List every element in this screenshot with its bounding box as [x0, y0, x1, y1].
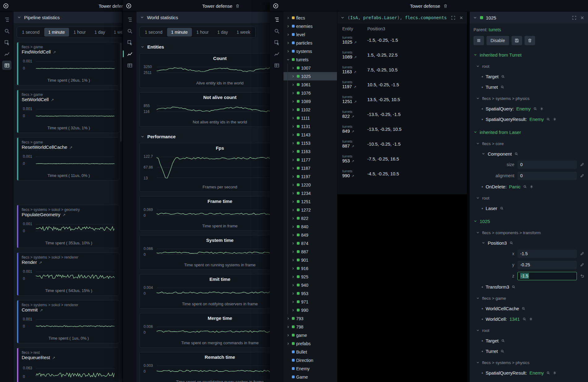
chevron-right-icon[interactable]: [291, 116, 295, 120]
close-icon[interactable]: [459, 15, 464, 20]
tree-item-1197[interactable]: 1197: [283, 172, 337, 181]
component-spatialqueryresult[interactable]: •SpatialQueryResult:Enemy: [482, 367, 584, 378]
chevron-right-icon[interactable]: [291, 308, 295, 312]
tree-item-887[interactable]: 887: [283, 247, 337, 256]
system-name-link[interactable]: SetWorldCell↗: [22, 97, 116, 102]
entity-link[interactable]: 1163↗: [342, 69, 367, 75]
chevron-right-icon[interactable]: [291, 91, 295, 95]
inspect-component-icon[interactable]: [533, 107, 537, 111]
chevron-right-icon[interactable]: [291, 99, 295, 104]
module-path-row[interactable]: root: [476, 325, 584, 335]
time-range-tab-1-second[interactable]: 1 second: [18, 28, 44, 36]
tree-item-1177[interactable]: 1177: [283, 156, 337, 164]
scrollbar-thumb[interactable]: [120, 43, 122, 142]
edit-pencil-icon[interactable]: [580, 251, 584, 256]
tree-item-1220[interactable]: 1220: [283, 181, 337, 189]
field-input[interactable]: 0: [517, 172, 577, 180]
field-input[interactable]: 0: [517, 161, 577, 169]
trait-icon[interactable]: [553, 117, 557, 121]
component-value-link[interactable]: Enemy: [530, 370, 544, 376]
inspect-component-icon[interactable]: [523, 185, 527, 189]
chevron-down-icon[interactable]: [482, 152, 485, 156]
field-input[interactable]: -1.5: [517, 272, 577, 280]
chevron-right-icon[interactable]: [286, 24, 290, 28]
chevron-right-icon[interactable]: [291, 183, 295, 187]
chevron-right-icon[interactable]: [286, 16, 290, 20]
tree-item-1251[interactable]: 1251: [283, 197, 337, 206]
data-table-icon[interactable]: [125, 61, 134, 70]
trash-icon[interactable]: [443, 3, 448, 8]
data-table-icon[interactable]: [2, 61, 11, 70]
tree-item-prefabs[interactable]: prefabs: [283, 339, 337, 348]
tree-item-849[interactable]: 849: [283, 231, 337, 239]
tree-item-1025[interactable]: 1025: [283, 72, 337, 80]
entity-tree-icon[interactable]: [272, 15, 281, 24]
system-name-link[interactable]: DequeueRest↗: [22, 355, 116, 360]
query-result-row[interactable]: turrets1197↗10.5, -0.25, -1.5: [337, 77, 467, 92]
inspect-component-icon[interactable]: [512, 285, 516, 289]
entity-link[interactable]: 953↗: [342, 158, 367, 164]
query-expression[interactable]: (IsA, prefabs.Laser), flecs.components: [348, 15, 448, 20]
edit-pencil-icon[interactable]: [580, 174, 584, 178]
tree-item-enemies[interactable]: enemies: [283, 22, 337, 30]
component-turret[interactable]: •Turret: [482, 82, 584, 92]
data-table-icon[interactable]: [272, 61, 281, 70]
component-value-link[interactable]: Panic: [509, 184, 521, 189]
tree-item-game[interactable]: game: [283, 331, 337, 339]
module-path-row[interactable]: root: [476, 193, 584, 203]
statistics-icon[interactable]: [272, 49, 281, 58]
tree-toggle-button[interactable]: [473, 36, 484, 45]
time-range-tab-1-week[interactable]: 1 week: [110, 28, 123, 36]
tree-item-1234[interactable]: 1234: [283, 189, 337, 197]
component-value-link[interactable]: 1341: [509, 316, 520, 322]
entity-link[interactable]: 1089↗: [342, 54, 367, 60]
edit-pencil-icon[interactable]: [580, 162, 584, 167]
system-name-link[interactable]: FindWorldCell↗: [22, 49, 116, 54]
chevron-right-icon[interactable]: [291, 208, 295, 212]
system-name-link[interactable]: Render↗: [22, 260, 116, 265]
query-search-icon[interactable]: [125, 26, 134, 36]
inspect-component-icon[interactable]: [500, 206, 504, 210]
chevron-down-icon[interactable]: [286, 58, 290, 62]
query-result-row[interactable]: turrets822↗-13.5, -0.25, -1.5: [337, 107, 467, 122]
chevron-down-icon[interactable]: [340, 15, 345, 20]
tree-item-systems[interactable]: systems: [283, 47, 337, 55]
tree-item-1187[interactable]: 1187: [283, 164, 337, 172]
save-button[interactable]: [512, 36, 522, 45]
component-value-link[interactable]: Enemy: [516, 106, 531, 111]
field-input[interactable]: -0.25: [517, 261, 577, 269]
trait-icon[interactable]: [530, 185, 534, 189]
time-range-tab-1-week[interactable]: 1 week: [232, 28, 254, 36]
module-path-row[interactable]: flecs > core: [476, 139, 584, 148]
tree-item-1143[interactable]: 1143: [283, 131, 337, 139]
chevron-right-icon[interactable]: [291, 275, 295, 279]
query-result-row[interactable]: turrets953↗-7.5, -0.25, 16.5: [337, 152, 467, 166]
module-path-row[interactable]: flecs > systems > physics: [476, 358, 584, 367]
tree-item-1163[interactable]: 1163: [283, 147, 337, 156]
disable-button[interactable]: Disable: [486, 36, 509, 45]
inspect-component-icon[interactable]: [546, 371, 550, 375]
chevron-down-icon[interactable]: [473, 15, 477, 20]
system-name-link[interactable]: ResetWorldCellCache↗: [22, 144, 116, 150]
tree-item-1131[interactable]: 1131: [283, 122, 337, 131]
component-component[interactable]: Component: [482, 148, 584, 159]
query-result-row[interactable]: turrets849↗-13.5, -0.25, 10.5: [337, 122, 467, 137]
trash-icon[interactable]: [235, 3, 240, 8]
chevron-right-icon[interactable]: [291, 83, 295, 87]
chevron-right-icon[interactable]: [291, 291, 295, 296]
inspect-component-icon[interactable]: [546, 117, 550, 121]
tree-item-1089[interactable]: 1089: [283, 97, 337, 105]
component-worldcell[interactable]: •WorldCell:1341: [482, 314, 584, 324]
chevron-right-icon[interactable]: [291, 191, 295, 195]
inspect-component-icon[interactable]: [500, 349, 504, 353]
time-range-tab-1-minute[interactable]: 1 minute: [44, 28, 69, 36]
tree-item-Direction[interactable]: Direction: [283, 356, 337, 364]
chevron-right-icon[interactable]: [291, 225, 295, 229]
query-result-row[interactable]: turrets1089↗1.5, -0.25, 22.5: [337, 48, 467, 62]
component-worldcellcache[interactable]: •WorldCellCache: [482, 303, 584, 314]
time-range-tab-1-minute[interactable]: 1 minute: [167, 28, 192, 36]
module-path-row[interactable]: root: [476, 61, 584, 71]
query-search-icon[interactable]: [2, 26, 11, 36]
chevron-right-icon[interactable]: [291, 174, 295, 179]
entity-link[interactable]: 822↗: [342, 114, 367, 119]
